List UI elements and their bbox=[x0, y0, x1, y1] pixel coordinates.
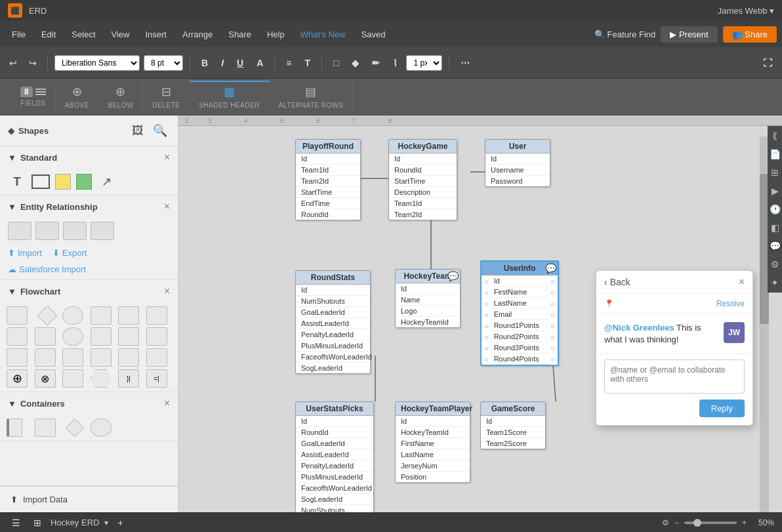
film-icon[interactable]: ▶ bbox=[770, 184, 781, 198]
salesforce-btn[interactable]: ☁ Salesforce Import bbox=[8, 264, 86, 274]
containers-header[interactable]: ▼ Containers × bbox=[0, 392, 178, 415]
fc-shape-12[interactable] bbox=[146, 327, 167, 346]
fullscreen-button[interactable]: ⛶ bbox=[758, 55, 777, 71]
fill-button[interactable]: ◆ bbox=[347, 55, 363, 71]
alt-rows-tool[interactable]: ▤ ALTERNATE ROWS bbox=[270, 81, 353, 113]
align-button[interactable]: ≡ bbox=[281, 55, 296, 71]
zoom-plus-btn[interactable]: + bbox=[742, 518, 747, 527]
clock-icon[interactable]: 🕐 bbox=[768, 202, 783, 216]
fc-shape-2[interactable] bbox=[37, 305, 57, 325]
fc-shape-1[interactable] bbox=[7, 306, 28, 325]
export-btn[interactable]: ⬇ Export bbox=[52, 248, 87, 258]
table-HockeyGame[interactable]: HockeyGame Id RoundId StartTime Descript… bbox=[388, 139, 457, 220]
menu-select[interactable]: Select bbox=[65, 27, 102, 42]
settings-icon[interactable]: ⚙ bbox=[769, 257, 781, 272]
menu-arrange[interactable]: Arrange bbox=[176, 27, 219, 42]
table-HockeyTeamPlayer[interactable]: HockeyTeamPlayer Id HockeyTeamId FirstNa… bbox=[395, 401, 470, 483]
feature-find[interactable]: 🔍 Feature Find bbox=[594, 30, 656, 39]
page-icon[interactable]: 📄 bbox=[768, 147, 783, 161]
er-shape-3[interactable] bbox=[63, 222, 87, 240]
layers-icon[interactable]: ◧ bbox=[769, 220, 781, 235]
arrow-shape[interactable]: ↗ bbox=[97, 173, 115, 191]
er-header[interactable]: ▼ Entity Relationship × bbox=[0, 195, 178, 218]
er-shape-2[interactable] bbox=[35, 222, 59, 240]
fc-shape-24[interactable]: =| bbox=[146, 369, 167, 388]
shapes-search-btn[interactable]: 🔍 bbox=[150, 121, 170, 140]
text-shape[interactable]: T bbox=[8, 173, 26, 191]
redo-button[interactable]: ↪ bbox=[25, 55, 41, 71]
menu-share[interactable]: Share bbox=[222, 27, 258, 42]
above-tool[interactable]: ⊕ ABOVE bbox=[56, 81, 99, 113]
fc-shape-20[interactable]: ⊗ bbox=[35, 369, 56, 388]
undo-button[interactable]: ↩ bbox=[5, 55, 21, 71]
table-HockeyTeam[interactable]: HockeyTeam 💬 Id Name Logo HockeyTeamId bbox=[395, 269, 461, 328]
fc-shape-17[interactable] bbox=[118, 348, 139, 367]
fc-shape-15[interactable] bbox=[62, 348, 83, 367]
standard-header[interactable]: ▼ Standard × bbox=[0, 146, 178, 169]
containers-close[interactable]: × bbox=[164, 398, 170, 409]
rect-shape[interactable] bbox=[31, 174, 50, 189]
table-RoundStats[interactable]: RoundStats Id NumShutouts GoalLeaderId A… bbox=[295, 270, 371, 374]
canvas[interactable]: PlayoffRound Id Team1Id Team2Id StartTim… bbox=[178, 126, 769, 512]
fc-shape-5[interactable] bbox=[118, 306, 139, 325]
shaded-header-tool[interactable]: ▦ SHADED HEADER bbox=[190, 81, 270, 113]
wand-icon[interactable]: ✦ bbox=[769, 276, 781, 290]
menu-file[interactable]: File bbox=[5, 27, 32, 42]
table-PlayoffRound[interactable]: PlayoffRound Id Team1Id Team2Id StartTim… bbox=[295, 139, 361, 220]
table-UserInfo[interactable]: UserInfo 💬 ○ Id ○ ○ FirstName ○ ○ LastNa… bbox=[480, 260, 559, 366]
line-color-button[interactable]: ✏ bbox=[367, 55, 384, 71]
fc-shape-4[interactable] bbox=[91, 306, 112, 325]
settings-icon-bottom[interactable]: ⚙ bbox=[662, 518, 669, 527]
fc-shape-14[interactable] bbox=[35, 348, 56, 367]
flowchart-header[interactable]: ▼ Flowchart × bbox=[0, 280, 178, 302]
fc-shape-8[interactable] bbox=[35, 327, 56, 346]
italic-button[interactable]: I bbox=[216, 55, 228, 71]
standard-close[interactable]: × bbox=[164, 152, 170, 163]
note-shape[interactable] bbox=[55, 174, 71, 190]
font-color-button[interactable]: A bbox=[252, 55, 268, 71]
font-size-select[interactable]: 8 pt bbox=[144, 55, 183, 71]
border-button[interactable]: □ bbox=[329, 55, 343, 71]
menu-view[interactable]: View bbox=[105, 27, 136, 42]
share-button[interactable]: 👥 Share bbox=[723, 26, 777, 43]
table-UserStatsPicks[interactable]: UserStatsPicks Id RoundId GoalLeaderId A… bbox=[295, 401, 374, 512]
fc-shape-10[interactable] bbox=[91, 327, 112, 346]
fc-shape-11[interactable] bbox=[118, 327, 139, 346]
fc-shape-21[interactable] bbox=[62, 369, 83, 388]
list-view-btn[interactable]: ☰ bbox=[8, 515, 24, 531]
fc-shape-16[interactable] bbox=[91, 348, 112, 367]
shapes-image-btn[interactable]: 🖼 bbox=[129, 121, 146, 140]
container-3[interactable] bbox=[66, 419, 84, 437]
fc-shape-3[interactable] bbox=[62, 306, 83, 325]
resolve-button[interactable]: Resolve bbox=[716, 299, 745, 308]
table-icon[interactable]: ⊞ bbox=[769, 165, 781, 180]
reply-button[interactable]: Reply bbox=[699, 399, 745, 417]
fc-shape-19[interactable]: ⊕ bbox=[7, 369, 28, 388]
canvas-area[interactable]: 2 3 4 5 6 7 8 bbox=[178, 115, 782, 512]
menu-insert[interactable]: Insert bbox=[138, 27, 173, 42]
fc-shape-13[interactable] bbox=[7, 348, 28, 367]
menu-edit[interactable]: Edit bbox=[35, 27, 62, 42]
collapse-icon[interactable]: ⟪ bbox=[770, 129, 779, 143]
er-close[interactable]: × bbox=[164, 201, 170, 213]
fc-shape-7[interactable] bbox=[7, 327, 28, 346]
import-btn[interactable]: ⬆ Import bbox=[8, 248, 42, 258]
table-User[interactable]: User Id Username Password bbox=[485, 139, 550, 187]
zoom-slider[interactable] bbox=[684, 522, 737, 524]
bold-button[interactable]: B bbox=[197, 55, 213, 71]
fc-shape-18[interactable] bbox=[146, 348, 167, 367]
flowchart-close[interactable]: × bbox=[164, 285, 170, 297]
menu-whats-new[interactable]: What's New bbox=[294, 27, 352, 42]
fc-shape-9[interactable] bbox=[62, 327, 83, 346]
er-shape-1[interactable] bbox=[8, 222, 31, 240]
below-tool[interactable]: ⊕ BELOW bbox=[99, 81, 144, 113]
comment-close-button[interactable]: × bbox=[739, 276, 745, 288]
font-family-select[interactable]: Liberation Sans bbox=[54, 55, 140, 71]
user-name[interactable]: James Webb ▾ bbox=[718, 6, 774, 16]
present-button[interactable]: ▶ Present bbox=[661, 26, 717, 43]
fc-shape-23[interactable]: }| bbox=[118, 369, 139, 388]
add-page-btn[interactable]: + bbox=[113, 515, 127, 531]
fc-shape-6[interactable] bbox=[146, 306, 167, 325]
conn-style-button[interactable]: ⌇ bbox=[388, 55, 402, 71]
comment-back-button[interactable]: ‹ Back bbox=[604, 277, 630, 287]
